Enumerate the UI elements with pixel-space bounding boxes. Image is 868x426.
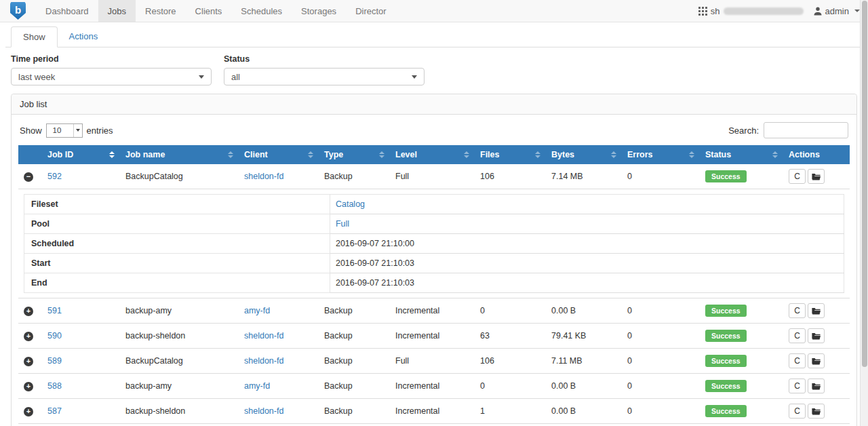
scrollbar-thumb[interactable] — [862, 1, 867, 367]
table-row: +587backup-sheldonsheldon-fdBackupIncrem… — [18, 399, 850, 424]
job-id-link[interactable]: 589 — [47, 356, 62, 366]
detail-value-link[interactable]: Catalog — [336, 199, 365, 209]
expand-cell: + — [18, 424, 42, 426]
restart-job-button[interactable]: C — [789, 404, 806, 419]
column-header-bytes[interactable]: Bytes — [546, 145, 622, 164]
column-header-status[interactable]: Status — [700, 145, 783, 164]
collapse-row-icon[interactable]: − — [24, 172, 33, 182]
files-cell: 106 — [475, 164, 546, 189]
column-header-job-id[interactable]: Job ID — [42, 145, 120, 164]
folder-icon — [812, 307, 821, 315]
client-link[interactable]: sheldon-fd — [244, 172, 283, 181]
navbar-items: DashboardJobsRestoreClientsSchedulesStor… — [36, 0, 396, 22]
job-id-link[interactable]: 588 — [47, 381, 62, 391]
column-header-type[interactable]: Type — [319, 145, 390, 164]
nav-item-dashboard[interactable]: Dashboard — [36, 0, 98, 22]
column-header-files[interactable]: Files — [475, 145, 546, 164]
level-cell: Full — [390, 349, 475, 374]
restore-files-button[interactable] — [808, 303, 825, 318]
client-link[interactable]: sheldon-fd — [244, 356, 283, 366]
nav-item-director[interactable]: Director — [346, 0, 396, 22]
baculum-logo-icon: b — [10, 2, 26, 20]
restore-files-button[interactable] — [808, 328, 825, 343]
restart-job-button[interactable]: C — [789, 328, 806, 343]
entries-label: entries — [87, 125, 113, 136]
job-id-cell: 588 — [42, 374, 120, 399]
job-name-cell: BackupCatalog — [120, 424, 239, 426]
client-link[interactable]: amy-fd — [244, 306, 270, 315]
job-id-link[interactable]: 591 — [47, 306, 62, 315]
navbar: b DashboardJobsRestoreClientsSchedulesSt… — [0, 0, 868, 22]
nav-item-clients[interactable]: Clients — [186, 0, 232, 22]
sort-desc-arrow — [611, 155, 616, 158]
nav-item-schedules[interactable]: Schedules — [231, 0, 292, 22]
detail-value-link[interactable]: Full — [336, 219, 349, 229]
type-cell: Backup — [319, 349, 390, 374]
restart-job-button[interactable]: C — [789, 303, 806, 318]
expand-row-icon[interactable]: + — [24, 407, 33, 417]
nav-item-restore[interactable]: Restore — [136, 0, 186, 22]
show-label: Show — [20, 125, 42, 136]
job-id-cell: 590 — [42, 324, 120, 349]
column-header-level[interactable]: Level — [390, 145, 475, 164]
restore-files-button[interactable] — [808, 404, 825, 419]
sort-desc-arrow — [228, 155, 233, 158]
nav-item-storages[interactable]: Storages — [292, 0, 346, 22]
tab-show[interactable]: Show — [11, 26, 58, 47]
tab-actions[interactable]: Actions — [58, 26, 110, 47]
page-size-select[interactable]: 10 — [46, 123, 83, 138]
column-header-job-name[interactable]: Job name — [120, 145, 239, 164]
search-input[interactable] — [764, 122, 848, 138]
job-id-cell: 589 — [42, 349, 120, 374]
time-period-select[interactable]: last week — [11, 68, 212, 85]
detail-value: 2016-09-07 21:10:03 — [330, 273, 844, 293]
expand-row-icon[interactable]: + — [24, 382, 33, 391]
vertical-scrollbar[interactable] — [860, 0, 868, 426]
table-row: +588backup-amyamy-fdBackupIncremental00.… — [18, 374, 850, 399]
expand-cell: + — [18, 399, 42, 424]
client-link[interactable]: amy-fd — [244, 381, 270, 391]
job-name-cell: backup-amy — [120, 374, 239, 399]
status-badge: Success — [705, 405, 747, 417]
app-brand[interactable]: b — [0, 0, 36, 22]
restore-files-button[interactable] — [808, 353, 825, 368]
table-row: +590backup-sheldonsheldon-fdBackupIncrem… — [18, 324, 850, 349]
status-badge: Success — [705, 330, 747, 342]
type-cell: Backup — [319, 374, 390, 399]
column-header-client[interactable]: Client — [239, 145, 319, 164]
sort-icon — [308, 151, 313, 158]
status-cell: Success — [700, 399, 783, 424]
sort-asc-arrow — [689, 151, 694, 154]
client-link[interactable]: sheldon-fd — [244, 331, 283, 341]
expand-cell: + — [18, 298, 42, 324]
table-row: +589BackupCatalogsheldon-fdBackupFull106… — [18, 349, 850, 374]
expand-row-icon[interactable]: + — [24, 357, 33, 366]
restart-job-button[interactable]: C — [789, 379, 806, 393]
restart-job-button[interactable]: C — [789, 169, 806, 184]
host-indicator[interactable]: sh — [698, 6, 804, 16]
level-cell: Full — [390, 164, 475, 189]
sort-desc-arrow — [109, 155, 115, 158]
status-select[interactable]: all — [224, 68, 425, 85]
sort-asc-arrow — [228, 151, 233, 154]
navbar-right: sh admin — [698, 0, 860, 22]
client-link[interactable]: sheldon-fd — [244, 406, 283, 416]
user-menu[interactable]: admin — [808, 6, 860, 16]
restore-files-button[interactable] — [808, 379, 825, 393]
table-header-row: Job IDJob nameClientTypeLevelFilesBytesE… — [18, 145, 850, 164]
detail-row-scheduled: Scheduled2016-09-07 21:10:00 — [24, 234, 844, 254]
panel-body: Show 10 entries Search: Job IDJob — [12, 115, 856, 426]
sort-desc-arrow — [689, 155, 694, 158]
restore-files-button[interactable] — [808, 169, 825, 184]
status-label: Status — [224, 54, 425, 64]
actions-cell-td: C — [783, 324, 850, 349]
expand-row-icon[interactable]: + — [24, 332, 33, 341]
job-id-link[interactable]: 587 — [47, 406, 62, 416]
expand-cell: + — [18, 349, 42, 374]
nav-item-jobs[interactable]: Jobs — [98, 0, 136, 22]
expand-row-icon[interactable]: + — [24, 307, 33, 316]
column-header-errors[interactable]: Errors — [622, 145, 700, 164]
job-id-link[interactable]: 590 — [47, 331, 62, 341]
restart-job-button[interactable]: C — [789, 353, 806, 368]
job-id-link[interactable]: 592 — [47, 172, 62, 181]
